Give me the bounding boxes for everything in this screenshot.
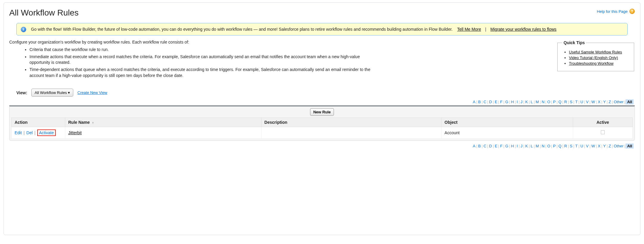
help-for-page-link[interactable]: Help for this Page ? [597,9,635,14]
rolodex-letter[interactable]: Q [558,100,562,104]
col-description: Description [261,118,441,127]
rolodex-letter[interactable]: S [569,144,573,148]
pipe-separator: | [34,130,35,135]
rolodex-letter[interactable]: S [569,100,573,104]
rolodex-letter[interactable]: F [500,144,503,148]
rolodex-letter[interactable]: Y [603,144,606,148]
quick-tip-link-troubleshooting[interactable]: Troubleshooting Workflow [569,61,614,66]
rolodex-letter[interactable]: K [525,144,529,148]
sort-asc-icon: ↑ [92,121,94,124]
active-checkbox [601,130,605,134]
col-active: Active [573,118,633,127]
intro-list: Criteria that cause the workflow rule to… [9,47,551,78]
rolodex-letter[interactable]: A [472,144,476,148]
rolodex-all[interactable]: All [626,99,634,104]
help-label: Help for this Page [597,9,628,14]
rolodex-letter[interactable]: J [520,100,523,104]
banner-separator: | [485,27,486,32]
rolodex-letter[interactable]: O [547,100,551,104]
quick-tip-link-sample-rules[interactable]: Useful Sample Workflow Rules [569,50,622,54]
rolodex-letter[interactable]: E [494,100,498,104]
rolodex-letter[interactable]: I [516,100,519,104]
create-new-view-link[interactable]: Create New View [77,90,107,95]
view-row: View: All Workflow Rules ▾ Create New Vi… [16,89,635,97]
rolodex-letter[interactable]: C [483,100,487,104]
rolodex-letter[interactable]: T [575,144,578,148]
quick-tips-legend: Quick Tips [562,40,586,45]
rolodex-letter[interactable]: Z [608,144,612,148]
view-label: View: [16,90,27,95]
rolodex-letter[interactable]: X [597,144,601,148]
intro-lead: Configure your organization's workflow b… [9,40,551,44]
rolodex-letter[interactable]: U [580,100,584,104]
rolodex-letter[interactable]: W [591,144,595,148]
rolodex-letter[interactable]: L [530,100,533,104]
rolodex-letter[interactable]: R [564,144,567,148]
rolodex-letter[interactable]: D [489,144,492,148]
edit-link[interactable]: Edit [15,130,22,135]
view-select-value: All Workflow Rules [35,90,67,95]
rolodex-other[interactable]: Other [613,144,624,148]
table-row: Edit | Del | Activate Jitterbit Account [12,127,633,139]
description-cell [261,127,441,139]
rolodex-letter[interactable]: Z [608,100,612,104]
rolodex-letter[interactable]: H [511,100,514,104]
rolodex-letter[interactable]: G [505,144,509,148]
rolodex-letter[interactable]: L [530,144,533,148]
info-icon: i [21,27,26,32]
rolodex-letter[interactable]: E [494,144,498,148]
rolodex-letter[interactable]: F [500,100,503,104]
banner-text: Go with the flow! With Flow Builder, the… [31,27,452,32]
rule-name-cell: Jitterbit [65,127,262,139]
activate-link[interactable]: Activate [39,130,54,135]
rolodex-letter[interactable]: G [505,100,509,104]
rolodex-letter[interactable]: W [591,100,595,104]
flow-info-banner: i Go with the flow! With Flow Builder, t… [16,23,628,35]
rolodex-letter[interactable]: X [597,100,601,104]
rolodex-letter[interactable]: B [477,100,481,104]
rolodex-letter[interactable]: H [511,144,514,148]
rolodex-other[interactable]: Other [613,100,624,104]
new-rule-button[interactable]: New Rule [310,108,334,116]
rolodex-letter[interactable]: J [520,144,523,148]
page-title: All Workflow Rules [9,8,79,18]
pipe-separator: | [24,130,25,135]
rolodex-letter[interactable]: I [516,144,519,148]
rolodex-letter[interactable]: T [575,100,578,104]
page-container: All Workflow Rules Help for this Page ? … [4,2,640,235]
rolodex-letter[interactable]: B [477,144,481,148]
activate-highlight: Activate [37,129,56,136]
rolodex-letter[interactable]: V [585,100,589,104]
chevron-down-icon: ▾ [68,90,70,95]
rolodex-letter[interactable]: P [553,144,556,148]
rolodex-letter[interactable]: P [553,100,556,104]
rolodex-top: A|B|C|D|E|F|G|H|I|J|K|L|M|N|O|P|Q|R|S|T|… [9,100,634,104]
rule-name-link[interactable]: Jitterbit [68,130,82,135]
rolodex-letter[interactable]: C [483,144,487,148]
quick-tip-link-video[interactable]: Video Tutorial (English Only) [569,55,618,60]
rolodex-letter[interactable]: U [580,144,584,148]
rolodex-letter[interactable]: O [547,144,551,148]
col-action: Action [12,118,65,127]
active-cell [573,127,633,139]
rolodex-letter[interactable]: M [535,144,539,148]
tell-me-more-link[interactable]: Tell Me More [457,27,481,32]
migrate-rules-link[interactable]: Migrate your workflow rules to flows [490,27,556,32]
quick-tips-box: Quick Tips Useful Sample Workflow Rules … [557,40,634,71]
intro-bullet: Immediate actions that execute when a re… [29,54,375,66]
rolodex-letter[interactable]: K [525,100,529,104]
intro-bullet: Time-dependent actions that queue when a… [29,67,375,78]
del-link[interactable]: Del [27,130,33,135]
view-select[interactable]: All Workflow Rules ▾ [31,89,73,97]
rolodex-letter[interactable]: N [541,144,545,148]
rolodex-letter[interactable]: Q [558,144,562,148]
rolodex-letter[interactable]: V [585,144,589,148]
rolodex-letter[interactable]: A [472,100,476,104]
rolodex-letter[interactable]: D [489,100,492,104]
rolodex-letter[interactable]: M [535,100,539,104]
rolodex-letter[interactable]: Y [603,100,606,104]
rolodex-letter[interactable]: R [564,100,567,104]
col-rule-name[interactable]: Rule Name ↑ [65,118,262,127]
rolodex-all[interactable]: All [626,143,634,149]
rolodex-letter[interactable]: N [541,100,545,104]
